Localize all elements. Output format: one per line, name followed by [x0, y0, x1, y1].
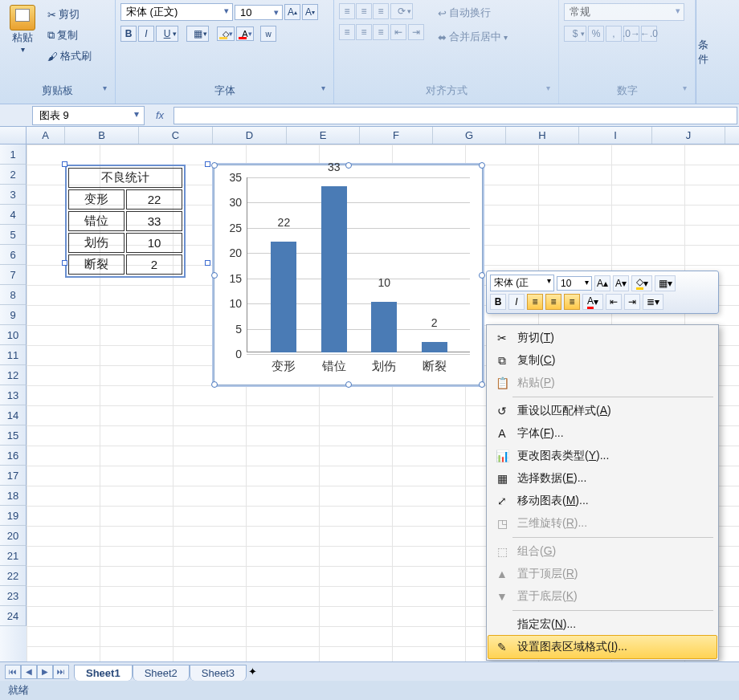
comma-button[interactable]: , [606, 26, 622, 42]
chart-bar[interactable] [321, 186, 347, 352]
context-menu-item[interactable]: ✎设置图表区域格式(I)... [488, 635, 717, 659]
align-right[interactable]: ≡ [373, 24, 389, 40]
currency-button[interactable]: $ [564, 26, 586, 42]
mini-fill-color[interactable]: ◇▾ [631, 275, 652, 291]
wrap-text-button[interactable]: ↩自动换行 [434, 3, 512, 22]
mini-border[interactable]: ▦▾ [655, 275, 676, 291]
grow-font-button[interactable]: A▴ [284, 4, 300, 20]
context-menu-item[interactable]: 📊更改图表类型(Y)... [488, 445, 717, 467]
column-header[interactable]: I [579, 127, 652, 144]
column-header[interactable]: F [360, 127, 433, 144]
column-header[interactable]: C [139, 127, 213, 144]
font-size-select[interactable]: 10 [235, 5, 283, 20]
tab-nav-first[interactable]: ⏮ [5, 665, 21, 679]
selection-handle[interactable] [62, 161, 67, 167]
align-left[interactable]: ≡ [339, 24, 355, 40]
shrink-font-button[interactable]: A▾ [302, 4, 318, 20]
mini-font-select[interactable]: 宋体 (正 [490, 275, 554, 291]
row-header[interactable]: 14 [0, 405, 27, 425]
selection-handle[interactable] [62, 260, 67, 266]
inc-decimal[interactable]: .0→ [623, 26, 639, 42]
align-center[interactable]: ≡ [356, 24, 372, 40]
format-painter-button[interactable]: 🖌格式刷 [43, 47, 96, 66]
column-header[interactable]: J [652, 127, 725, 144]
column-header[interactable]: A [27, 127, 65, 144]
chart-bar[interactable] [271, 242, 296, 352]
tab-nav-last[interactable]: ⏭ [53, 665, 69, 679]
select-all-corner[interactable] [0, 127, 27, 144]
row-header[interactable]: 9 [0, 305, 27, 325]
mini-shrink-font[interactable]: A▾ [613, 275, 629, 291]
row-header[interactable]: 10 [0, 325, 27, 345]
percent-button[interactable]: % [588, 26, 604, 42]
chart-handle[interactable] [345, 381, 352, 388]
chart-handle[interactable] [345, 162, 352, 169]
chart-handle[interactable] [479, 381, 485, 388]
row-header[interactable]: 12 [0, 365, 27, 385]
mini-font-color[interactable]: A▾ [582, 294, 603, 310]
phonetic-button[interactable]: w [260, 26, 276, 42]
context-menu-item[interactable]: ⧉复制(C) [488, 349, 717, 372]
row-header[interactable]: 19 [0, 506, 27, 526]
italic-button[interactable]: I [138, 26, 154, 42]
column-header[interactable]: E [287, 127, 360, 144]
mini-align-right[interactable]: ≡ [564, 294, 580, 310]
row-header[interactable]: 8 [0, 285, 27, 305]
name-box[interactable]: 图表 9 [32, 106, 145, 125]
mini-indent-inc[interactable]: ⇥ [624, 294, 640, 310]
selection-handle[interactable] [205, 260, 210, 266]
chart-handle[interactable] [211, 381, 218, 388]
indent-dec[interactable]: ⇤ [390, 24, 406, 40]
row-header[interactable]: 7 [0, 265, 27, 285]
chart-bar[interactable] [371, 302, 397, 352]
row-header[interactable]: 18 [0, 486, 27, 506]
formula-input[interactable] [174, 107, 737, 124]
context-menu-item[interactable]: ⤢移动图表(M)... [488, 490, 717, 512]
font-name-select[interactable]: 宋体 (正文) [120, 3, 233, 21]
column-header[interactable]: D [213, 127, 287, 144]
row-header[interactable]: 15 [0, 425, 27, 446]
border-button[interactable]: ▦ [186, 26, 209, 42]
context-menu-item[interactable]: 指定宏(N)... [488, 613, 717, 636]
dec-decimal[interactable]: ←.0 [641, 26, 657, 42]
paste-button[interactable]: 粘贴 ▾ [5, 3, 40, 55]
context-menu-item[interactable]: ↺重设以匹配样式(A) [488, 400, 717, 422]
column-header[interactable]: H [506, 127, 579, 144]
column-header[interactable]: G [433, 127, 506, 144]
new-sheet-button[interactable]: ✦ [248, 665, 257, 678]
mini-bold[interactable]: B [490, 294, 506, 310]
mini-size-select[interactable]: 10 [557, 276, 592, 291]
mini-grow-font[interactable]: A▴ [594, 275, 610, 291]
sheet-tab[interactable]: Sheet2 [133, 665, 190, 681]
fill-color-button[interactable]: ◇ [217, 26, 235, 41]
mini-indent-dec[interactable]: ⇤ [606, 294, 622, 310]
row-header[interactable]: 22 [0, 566, 27, 586]
merge-center-button[interactable]: ⬌合并后居中▾ [434, 27, 512, 47]
row-header[interactable]: 1 [0, 144, 27, 165]
context-menu-item[interactable]: A字体(F)... [488, 422, 717, 445]
selection-handle[interactable] [205, 161, 210, 167]
orientation-button[interactable]: ⟳ [390, 3, 413, 19]
align-middle[interactable]: ≡ [356, 3, 372, 19]
column-header[interactable]: B [65, 127, 139, 144]
mini-align-center[interactable]: ≡ [545, 294, 561, 310]
copy-button[interactable]: ⧉复制 [43, 26, 96, 45]
row-header[interactable]: 11 [0, 345, 27, 365]
row-header[interactable]: 16 [0, 446, 27, 466]
row-header[interactable]: 23 [0, 586, 27, 606]
align-top[interactable]: ≡ [339, 3, 355, 19]
tab-nav-prev[interactable]: ◀ [21, 665, 37, 679]
mini-bullets[interactable]: ≣▾ [643, 294, 663, 310]
mini-align-left[interactable]: ≡ [527, 294, 543, 310]
row-header[interactable]: 5 [0, 225, 27, 245]
sheet-tab[interactable]: Sheet3 [190, 665, 247, 681]
row-header[interactable]: 17 [0, 466, 27, 486]
row-header[interactable]: 4 [0, 205, 27, 225]
mini-italic[interactable]: I [508, 294, 525, 310]
chart-handle[interactable] [479, 272, 485, 279]
context-menu-item[interactable]: ▦选择数据(E)... [488, 467, 717, 490]
bold-button[interactable]: B [120, 26, 137, 42]
underline-button[interactable]: U [156, 26, 178, 42]
row-header[interactable]: 21 [0, 546, 27, 566]
align-bottom[interactable]: ≡ [373, 3, 389, 19]
